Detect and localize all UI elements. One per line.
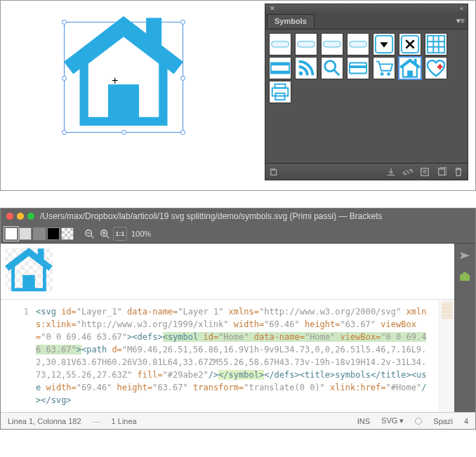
zoom-actual-button[interactable]: 1:1 — [113, 227, 127, 241]
code-editor[interactable]: 1 <svg id="Layer_1" data-name="Layer 1" … — [1, 300, 454, 412]
symbol-film[interactable] — [269, 57, 291, 79]
break-link-icon[interactable] — [403, 167, 413, 177]
extension-sidebar — [454, 244, 475, 412]
symbol-bar4[interactable] — [347, 33, 369, 55]
window-minimize-button[interactable] — [17, 213, 24, 220]
symbol-heart-plus[interactable] — [425, 57, 447, 79]
line-gutter: 1 — [1, 300, 36, 412]
brackets-editor-window: /Users/max/Dropbox/lab/articoli/19 svg s… — [0, 208, 476, 430]
symbol-bar1[interactable] — [269, 33, 291, 55]
symbol-grid[interactable] — [425, 33, 447, 55]
window-title: /Users/max/Dropbox/lab/articoli/19 svg s… — [40, 211, 383, 221]
svg-point-15 — [387, 72, 390, 76]
symbol-rss[interactable] — [295, 57, 317, 79]
panel-footer — [265, 163, 468, 180]
symbol-home[interactable] — [399, 57, 421, 79]
symbol-card[interactable] — [347, 57, 369, 79]
svg-point-10 — [299, 72, 303, 76]
window-titlebar[interactable]: /Users/max/Dropbox/lab/articoli/19 svg s… — [1, 208, 475, 224]
svg-rect-3 — [350, 41, 366, 47]
background-swatch-checker[interactable] — [61, 227, 74, 240]
crosshair-cursor: + — [112, 74, 118, 87]
window-zoom-button[interactable] — [27, 213, 34, 220]
zoom-out-button[interactable] — [82, 227, 96, 241]
preview-toolbar: 1:1 100% — [1, 224, 475, 244]
svg-rect-6 — [428, 36, 444, 53]
status-bar: Linea 1, Colonna 182 — 1 Linea INS SVG ▾… — [1, 412, 475, 429]
extension-manager-icon[interactable] — [458, 270, 471, 283]
delete-symbol-icon[interactable] — [454, 167, 463, 177]
illustrator-canvas-region: + ✕ « Symbols ▾≡ — [0, 0, 476, 191]
language-mode[interactable]: SVG ▾ — [381, 416, 404, 425]
panel-dock-icon[interactable]: « — [460, 5, 463, 12]
resize-handle-s[interactable] — [121, 130, 126, 135]
symbol-printer[interactable] — [269, 81, 291, 103]
symbol-cart[interactable] — [373, 57, 395, 79]
code-content[interactable]: <svg id="Layer_1" data-name="Layer 1" xm… — [36, 300, 439, 412]
svg-preview-thumbnail — [5, 248, 53, 291]
svg-rect-20 — [439, 168, 445, 175]
symbol-bar2[interactable] — [295, 33, 317, 55]
collapse-icon[interactable]: ✕ — [270, 5, 275, 12]
symbols-tab[interactable]: Symbols — [267, 14, 315, 27]
svg-rect-13 — [350, 65, 366, 68]
svg-point-14 — [381, 72, 384, 76]
symbol-close[interactable] — [399, 33, 421, 55]
insert-mode[interactable]: INS — [357, 417, 370, 425]
live-preview-icon[interactable] — [458, 249, 471, 262]
resize-handle-se[interactable] — [180, 130, 185, 135]
svg-rect-9 — [271, 71, 289, 74]
background-swatch-light[interactable] — [19, 227, 32, 240]
svg-rect-19 — [421, 168, 429, 175]
symbol-options-icon[interactable] — [420, 167, 430, 177]
minimap[interactable] — [439, 300, 454, 412]
svg-preview-pane[interactable] — [1, 244, 454, 300]
window-close-button[interactable] — [6, 213, 13, 220]
svg-rect-2 — [324, 41, 341, 47]
background-swatch-black[interactable] — [47, 227, 60, 240]
symbol-libraries-icon[interactable] — [270, 167, 279, 177]
place-symbol-icon[interactable] — [386, 167, 396, 177]
zoom-in-button[interactable] — [98, 227, 112, 241]
symbol-dropdown[interactable] — [373, 33, 395, 55]
artboard[interactable]: + — [36, 15, 218, 176]
symbol-bar3[interactable] — [321, 33, 343, 55]
background-swatch-gray[interactable] — [33, 227, 46, 240]
home-symbol-instance[interactable] — [64, 15, 183, 127]
panel-menu-icon[interactable]: ▾≡ — [456, 16, 465, 25]
symbols-grid — [265, 29, 468, 163]
zoom-level: 100% — [131, 230, 151, 238]
svg-rect-1 — [298, 41, 315, 47]
linting-status-icon[interactable] — [415, 418, 422, 425]
resize-handle-sw[interactable] — [62, 130, 67, 135]
svg-rect-17 — [272, 88, 289, 95]
svg-rect-0 — [272, 41, 289, 47]
new-symbol-icon[interactable] — [437, 167, 447, 177]
symbols-panel[interactable]: ✕ « Symbols ▾≡ — [265, 4, 468, 180]
svg-point-11 — [325, 61, 336, 72]
background-swatch-white[interactable] — [5, 227, 18, 240]
line-count: 1 Linea — [112, 417, 137, 425]
indent-type[interactable]: Spazi — [433, 417, 453, 425]
indent-size[interactable]: 4 — [464, 417, 468, 425]
svg-rect-8 — [271, 63, 289, 66]
panel-tabs: Symbols ▾≡ — [265, 14, 468, 29]
symbol-search[interactable] — [321, 57, 343, 79]
cursor-position[interactable]: Linea 1, Colonna 182 — [8, 417, 81, 425]
panel-titlebar[interactable]: ✕ « — [265, 4, 468, 14]
